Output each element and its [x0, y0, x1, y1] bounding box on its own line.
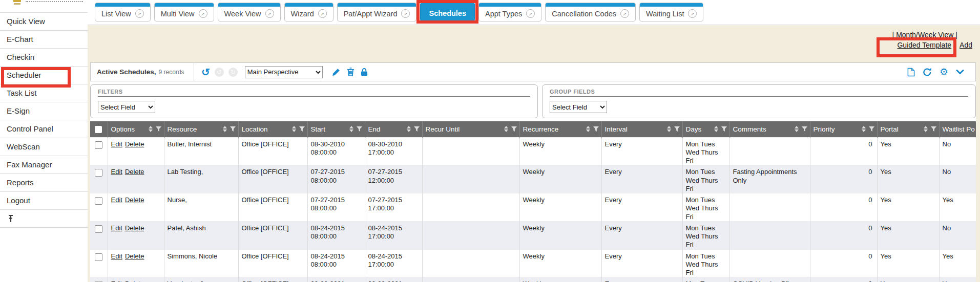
group-field-select[interactable]: Select Field [550, 101, 607, 113]
popout-icon[interactable]: ↗ [620, 9, 629, 18]
sort-icon[interactable] [407, 126, 411, 132]
sidebar-item-reports[interactable]: Reports [0, 174, 88, 192]
column-header-waitlist-po[interactable]: Waitlist Po [939, 121, 976, 137]
popout-icon[interactable]: ↗ [135, 9, 144, 18]
refresh-icon[interactable] [923, 68, 932, 77]
add-link[interactable]: Add [960, 41, 972, 49]
filter-field-select[interactable]: Select Field [98, 101, 155, 113]
sidebar-item-webscan[interactable]: WebScan [0, 138, 88, 156]
edit-link[interactable]: Edit [111, 140, 122, 148]
delete-link[interactable]: Delete [125, 280, 144, 282]
chevron-down-icon[interactable] [956, 70, 964, 75]
edit-link[interactable]: Edit [111, 224, 122, 232]
sidebar-item-checkin[interactable]: Checkin [0, 49, 88, 67]
column-header-portal[interactable]: Portal [877, 121, 939, 137]
gear-icon[interactable]: ⚙ [940, 67, 948, 77]
sidebar-item-e-sign[interactable]: E-Sign [0, 102, 88, 120]
tab-waiting-list[interactable]: Waiting List↗ [639, 3, 703, 21]
edit-link[interactable]: Edit [111, 252, 122, 260]
filter-icon[interactable] [802, 126, 807, 132]
filter-icon[interactable] [593, 126, 599, 132]
lock-icon[interactable] [361, 68, 368, 76]
edit-link[interactable]: Edit [111, 196, 122, 204]
row-checkbox[interactable] [95, 253, 102, 261]
sort-icon[interactable] [223, 126, 227, 132]
sidebar-item-e-chart[interactable]: E-Chart [0, 31, 88, 49]
sort-icon[interactable] [714, 126, 718, 132]
guided-template-link[interactable]: Guided Template [897, 41, 951, 49]
tab-week-view[interactable]: Week View↗ [218, 3, 281, 21]
column-header-select[interactable] [90, 121, 108, 137]
pin-icon[interactable] [7, 214, 14, 223]
sidebar-item-fax-manager[interactable]: Fax Manager [0, 156, 88, 174]
undo-icon[interactable]: ↺ [201, 67, 210, 77]
select-all-checkbox[interactable] [95, 126, 102, 133]
tab-list-view[interactable]: List View↗ [95, 3, 151, 21]
sort-icon[interactable] [586, 126, 590, 132]
popout-icon[interactable]: ↗ [199, 9, 207, 18]
tab-schedules[interactable]: Schedules [420, 3, 475, 21]
tab-pat-appt-wizard[interactable]: Pat/Appt Wizard↗ [337, 3, 417, 21]
row-checkbox[interactable] [95, 169, 102, 177]
column-header-comments[interactable]: Comments [729, 121, 810, 137]
sidebar-item-logout[interactable]: Logout [0, 192, 88, 210]
delete-link[interactable]: Delete [125, 140, 144, 148]
delete-perspective-icon[interactable] [347, 68, 355, 76]
sort-icon[interactable] [504, 126, 508, 132]
filter-icon[interactable] [674, 126, 680, 132]
sort-icon[interactable] [292, 126, 296, 132]
row-checkbox[interactable] [95, 197, 102, 205]
column-header-recurrence[interactable]: Recurrence [519, 121, 601, 137]
column-header-recur-until[interactable]: Recur Until [422, 121, 519, 137]
tab-cancellation-codes[interactable]: Cancellation Codes↗ [545, 3, 636, 21]
sidebar-item-control-panel[interactable]: Control Panel [0, 120, 88, 138]
month-week-view-link[interactable]: Month/Week View [896, 31, 953, 39]
popout-icon[interactable]: ↗ [526, 9, 535, 18]
sort-icon[interactable] [862, 126, 866, 132]
popout-icon[interactable]: ↗ [401, 9, 410, 18]
row-checkbox[interactable] [95, 141, 102, 149]
row-checkbox[interactable] [95, 225, 102, 233]
delete-link[interactable]: Delete [125, 224, 144, 232]
sort-icon[interactable] [349, 126, 353, 132]
column-header-priority[interactable]: Priority [810, 121, 877, 137]
filter-icon[interactable] [414, 126, 420, 132]
column-header-resource[interactable]: Resource [164, 121, 238, 137]
delete-link[interactable]: Delete [125, 196, 144, 204]
new-document-icon[interactable] [907, 68, 915, 77]
cell-portal: Yes [877, 165, 939, 193]
edit-link[interactable]: Edit [111, 168, 122, 176]
filter-icon[interactable] [230, 126, 236, 132]
sort-icon[interactable] [795, 126, 799, 132]
column-header-start[interactable]: Start [307, 121, 365, 137]
sidebar-item-quick-view[interactable]: Quick View [0, 13, 88, 31]
sort-icon[interactable] [924, 126, 928, 132]
popout-icon[interactable]: ↗ [318, 9, 327, 18]
tab-multi-view[interactable]: Multi View↗ [154, 3, 214, 21]
column-header-end[interactable]: End [365, 121, 422, 137]
filter-icon[interactable] [931, 126, 936, 132]
edit-perspective-icon[interactable] [331, 68, 341, 77]
column-header-interval[interactable]: Interval [601, 121, 682, 137]
delete-link[interactable]: Delete [125, 168, 144, 176]
perspective-select[interactable]: Main Perspective [245, 66, 323, 78]
column-header-days[interactable]: Days [682, 121, 729, 137]
filter-icon[interactable] [156, 126, 161, 132]
filter-icon[interactable] [721, 126, 727, 132]
delete-link[interactable]: Delete [125, 252, 144, 260]
column-header-location[interactable]: Location [238, 121, 307, 137]
popout-icon[interactable]: ↗ [688, 9, 697, 18]
sidebar-item-scheduler[interactable]: Scheduler [0, 67, 88, 84]
sidebar-item-task-list[interactable]: Task List [0, 84, 88, 102]
sort-icon[interactable] [149, 126, 153, 132]
sort-icon[interactable] [667, 126, 671, 132]
column-header-options[interactable]: Options [108, 121, 164, 137]
popout-icon[interactable]: ↗ [265, 9, 274, 18]
edit-link[interactable]: Edit [111, 280, 122, 282]
tab-wizard[interactable]: Wizard↗ [284, 3, 333, 21]
filter-icon[interactable] [511, 126, 517, 132]
filter-icon[interactable] [299, 126, 305, 132]
filter-icon[interactable] [869, 126, 874, 132]
filter-icon[interactable] [357, 126, 362, 132]
tab-appt-types[interactable]: Appt Types↗ [478, 3, 541, 21]
